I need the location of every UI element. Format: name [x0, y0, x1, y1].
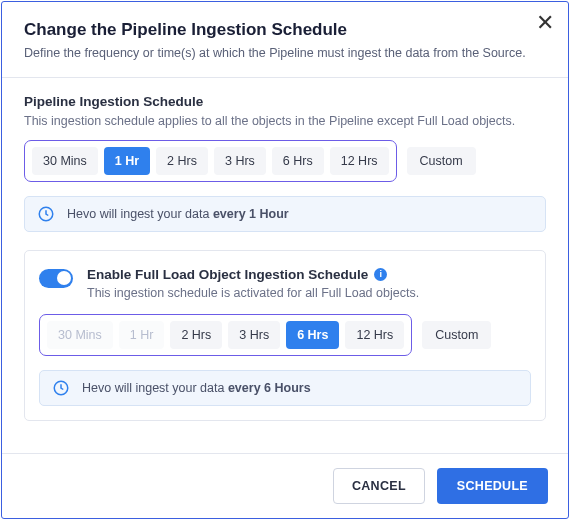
full-load-info-text: Hevo will ingest your data every 6 Hours — [82, 381, 311, 395]
full-load-section: Enable Full Load Object Ingestion Schedu… — [24, 250, 546, 421]
schedule-label: Pipeline Ingestion Schedule — [24, 94, 546, 109]
full-load-info-strip: Hevo will ingest your data every 6 Hours — [39, 370, 531, 406]
schedule-option-2-hrs[interactable]: 2 Hrs — [156, 147, 208, 175]
change-schedule-modal: Change the Pipeline Ingestion Schedule D… — [1, 1, 569, 519]
schedule-info-strip: Hevo will ingest your data every 1 Hour — [24, 196, 546, 232]
full-load-segmented-control: 30 Mins1 Hr2 Hrs3 Hrs6 Hrs12 Hrs — [39, 314, 412, 356]
schedule-segmented-control: 30 Mins1 Hr2 Hrs3 Hrs6 Hrs12 Hrs — [24, 140, 397, 182]
schedule-desc: This ingestion schedule applies to all t… — [24, 114, 546, 128]
full-load-option-12-hrs[interactable]: 12 Hrs — [345, 321, 404, 349]
full-load-title-row: Enable Full Load Object Ingestion Schedu… — [87, 267, 419, 282]
schedule-option-1-hr[interactable]: 1 Hr — [104, 147, 150, 175]
full-load-custom-button[interactable]: Custom — [422, 321, 491, 349]
full-load-option-1-hr: 1 Hr — [119, 321, 165, 349]
full-load-info-bold: every 6 Hours — [228, 381, 311, 395]
modal-header: Change the Pipeline Ingestion Schedule D… — [2, 2, 568, 77]
schedule-option-12-hrs[interactable]: 12 Hrs — [330, 147, 389, 175]
full-load-option-6-hrs[interactable]: 6 Hrs — [286, 321, 339, 349]
full-load-info-prefix: Hevo will ingest your data — [82, 381, 228, 395]
modal-footer: CANCEL SCHEDULE — [2, 453, 568, 518]
schedule-selector-row: 30 Mins1 Hr2 Hrs3 Hrs6 Hrs12 Hrs Custom — [24, 140, 546, 182]
schedule-button[interactable]: SCHEDULE — [437, 468, 548, 504]
full-load-option-3-hrs[interactable]: 3 Hrs — [228, 321, 280, 349]
schedule-option-30-mins[interactable]: 30 Mins — [32, 147, 98, 175]
full-load-title: Enable Full Load Object Ingestion Schedu… — [87, 267, 368, 282]
schedule-option-6-hrs[interactable]: 6 Hrs — [272, 147, 324, 175]
full-load-option-30-mins: 30 Mins — [47, 321, 113, 349]
close-icon[interactable]: ✕ — [536, 12, 554, 34]
schedule-info-prefix: Hevo will ingest your data — [67, 207, 213, 221]
clock-icon — [37, 205, 55, 223]
info-icon[interactable]: i — [374, 268, 387, 281]
full-load-option-2-hrs[interactable]: 2 Hrs — [170, 321, 222, 349]
modal-title: Change the Pipeline Ingestion Schedule — [24, 20, 546, 40]
schedule-info-bold: every 1 Hour — [213, 207, 289, 221]
cancel-button[interactable]: CANCEL — [333, 468, 425, 504]
full-load-header-text: Enable Full Load Object Ingestion Schedu… — [87, 267, 419, 300]
schedule-option-3-hrs[interactable]: 3 Hrs — [214, 147, 266, 175]
full-load-toggle[interactable] — [39, 269, 73, 288]
modal-body: Pipeline Ingestion Schedule This ingesti… — [2, 78, 568, 454]
schedule-custom-button[interactable]: Custom — [407, 147, 476, 175]
modal-subtitle: Define the frequency or time(s) at which… — [24, 45, 546, 63]
clock-icon — [52, 379, 70, 397]
full-load-selector-row: 30 Mins1 Hr2 Hrs3 Hrs6 Hrs12 Hrs Custom — [39, 314, 531, 356]
full-load-desc: This ingestion schedule is activated for… — [87, 286, 419, 300]
schedule-info-text: Hevo will ingest your data every 1 Hour — [67, 207, 289, 221]
full-load-header: Enable Full Load Object Ingestion Schedu… — [39, 267, 531, 300]
